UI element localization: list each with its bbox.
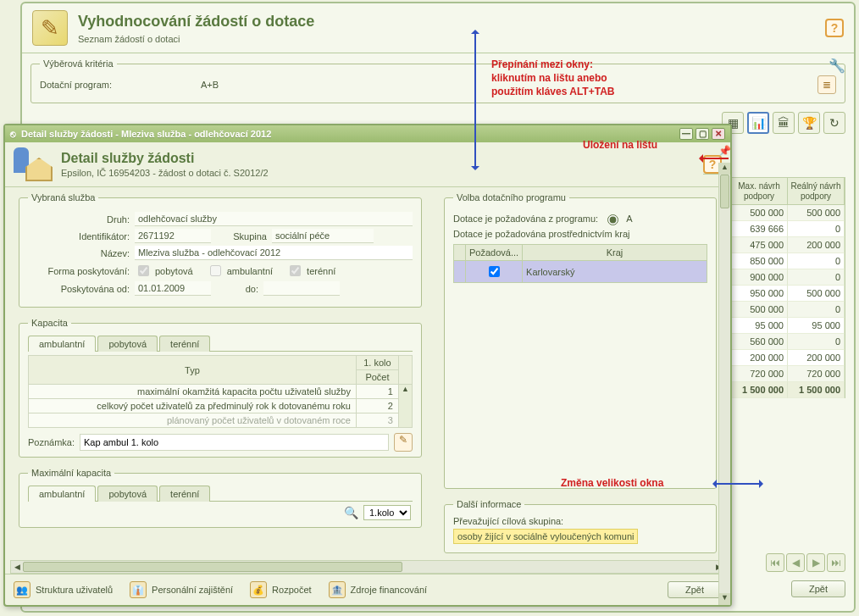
program-line1: Dotace je požadována z programu:: [453, 214, 598, 224]
cap-th-typ[interactable]: Typ: [29, 356, 357, 385]
note-edit-button[interactable]: ✎: [394, 433, 413, 452]
cell[interactable]: 0: [788, 302, 845, 318]
scroll-down-icon[interactable]: ▼: [719, 593, 730, 605]
capacity-table: Typ 1. kolo Počet maximální okamžitá kap…: [28, 355, 413, 428]
cell[interactable]: 200 000: [788, 237, 845, 253]
cell[interactable]: 500 000: [731, 302, 788, 318]
poskod-field[interactable]: [135, 281, 211, 296]
cell[interactable]: 0: [788, 253, 845, 269]
maximize-button[interactable]: ▢: [696, 128, 709, 140]
cell[interactable]: 500 000: [788, 286, 845, 302]
title-bar[interactable]: ⎋ Detail služby žádosti - Mleziva služba…: [5, 125, 730, 142]
save-bar-arrow: [701, 158, 729, 159]
personnel-button[interactable]: 👔Personální zajištění: [130, 581, 233, 598]
cell[interactable]: 720 000: [788, 366, 845, 382]
druh-field[interactable]: [135, 212, 413, 226]
col-max-header[interactable]: Max. návrh podpory: [731, 178, 788, 204]
col-real-header[interactable]: Reálný návrh podpory: [788, 178, 845, 204]
capacity-legend: Kapacita: [28, 318, 71, 328]
kraj-table: Požadová... Kraj Karlovarský: [453, 244, 707, 283]
cell[interactable]: 95 000: [731, 318, 788, 334]
forma-pobytova-checkbox[interactable]: [138, 265, 149, 276]
cell[interactable]: 0: [788, 334, 845, 350]
financing-button[interactable]: 🏦Zdroje financování: [329, 581, 428, 598]
cell[interactable]: 639 666: [731, 221, 788, 237]
structure-button[interactable]: 👥Struktura uživatelů: [14, 581, 113, 598]
cell[interactable]: 475 000: [731, 237, 788, 253]
cell[interactable]: 200 000: [788, 350, 845, 366]
cell[interactable]: 500 000: [788, 205, 845, 221]
cell[interactable]: 950 000: [731, 286, 788, 302]
detail-vscrollbar[interactable]: ▲ ▼: [718, 163, 730, 605]
switch-window-arrow: [474, 32, 476, 168]
cell[interactable]: 560 000: [731, 334, 788, 350]
nav-last-icon[interactable]: ⏭: [827, 553, 845, 572]
nazev-field[interactable]: [135, 246, 413, 260]
tool-buildings-icon[interactable]: 🏛: [773, 112, 795, 134]
nazev-label: Název:: [28, 248, 130, 258]
forma-ambulantni-checkbox[interactable]: [210, 265, 221, 276]
kraj-th2[interactable]: Kraj: [523, 245, 707, 261]
forma-terenni-checkbox[interactable]: [290, 265, 301, 276]
tool-refresh-icon[interactable]: ↻: [823, 112, 845, 134]
kraj-row-selector[interactable]: [453, 261, 465, 283]
kraj-th1[interactable]: Požadová...: [465, 245, 522, 261]
kraj-checkbox[interactable]: [489, 266, 500, 277]
program-line2: Dotace je požadována prostřednictvím kra…: [453, 229, 707, 239]
wrench-icon[interactable]: 🔧: [829, 58, 845, 74]
scroll-up-icon[interactable]: ▲: [719, 163, 730, 175]
close-button[interactable]: ✕: [712, 128, 725, 140]
note-field[interactable]: [80, 434, 389, 451]
nav-first-icon[interactable]: ⏮: [766, 553, 784, 572]
cap-th-kolo[interactable]: 1. kolo: [356, 356, 398, 370]
minimize-button[interactable]: —: [679, 128, 693, 140]
target-group-value[interactable]: osoby žijící v sociálně vyloučených komu…: [453, 529, 638, 544]
tab-pobytova[interactable]: pobytová: [97, 336, 158, 352]
filter-button[interactable]: ≣: [817, 75, 836, 94]
forma-label: Forma poskytování:: [28, 266, 130, 276]
detail-back-button[interactable]: Zpět: [668, 581, 722, 598]
cell[interactable]: 850 000: [731, 253, 788, 269]
binoculars-icon[interactable]: 🔍: [344, 506, 358, 519]
nav-next-icon[interactable]: ▶: [806, 553, 825, 572]
kolo-select[interactable]: 1.kolo: [363, 505, 411, 520]
max-tab-terenni[interactable]: terénní: [159, 486, 210, 502]
tab-terenni[interactable]: terénní: [159, 336, 210, 352]
cap-th-pocet[interactable]: Počet: [356, 370, 398, 385]
cap-row-num[interactable]: 2: [356, 399, 398, 413]
nav-prev-icon[interactable]: ◀: [786, 553, 805, 572]
help-icon[interactable]: ?: [825, 19, 844, 37]
tool-award-icon[interactable]: 🏆: [798, 112, 820, 134]
ident-field[interactable]: [135, 229, 211, 243]
max-tab-pobytova[interactable]: pobytová: [97, 486, 158, 502]
cell[interactable]: 200 000: [731, 350, 788, 366]
cap-row-num[interactable]: 1: [356, 385, 398, 399]
cell[interactable]: 95 000: [788, 318, 845, 334]
cell[interactable]: 500 000: [731, 205, 788, 221]
budget-button[interactable]: 💰Rozpočet: [250, 581, 311, 598]
hscroll-left-icon[interactable]: ◀: [11, 563, 23, 571]
tool-chart-icon[interactable]: 📊: [747, 112, 769, 134]
staff-icon: 👔: [130, 581, 147, 598]
hscroll-thumb[interactable]: [23, 562, 402, 572]
cell[interactable]: 0: [788, 269, 845, 286]
tab-ambulantni[interactable]: ambulantní: [28, 336, 96, 352]
cap-row-num[interactable]: 3: [356, 413, 398, 428]
cap-row-text: celkový počet uživatelů za předminulý ro…: [29, 399, 357, 413]
nav-buttons: ⏮ ◀ ▶ ⏭: [766, 553, 845, 572]
max-tab-ambulantni[interactable]: ambulantní: [28, 486, 96, 502]
scroll-thumb[interactable]: [720, 175, 729, 208]
kraj-name[interactable]: Karlovarský: [523, 261, 707, 283]
detail-hscrollbar[interactable]: ◀ ▶: [10, 560, 725, 574]
program-a-radio[interactable]: [607, 214, 618, 225]
people-icon: 👥: [14, 581, 30, 598]
window-icon: ⎋: [10, 129, 16, 139]
cell[interactable]: 0: [788, 221, 845, 237]
cell[interactable]: 720 000: [731, 366, 788, 382]
do-field[interactable]: [263, 281, 340, 296]
cap-scroll-up-icon[interactable]: ▲: [399, 385, 412, 393]
cell[interactable]: 900 000: [731, 269, 788, 286]
skupina-field[interactable]: [272, 229, 374, 243]
main-back-button[interactable]: Zpět: [791, 580, 845, 597]
hscroll-track[interactable]: [23, 561, 712, 573]
